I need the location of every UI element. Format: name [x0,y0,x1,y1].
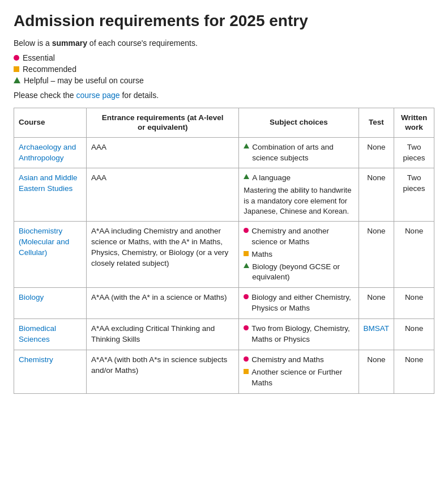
col-header-course: Course [14,108,87,137]
course-page-link[interactable]: course page [76,91,120,100]
course-link[interactable]: Chemistry [19,355,53,364]
subject-item: Another science or Further Maths [244,367,353,389]
subject-item: Biology (beyond GCSE or equivalent) [244,262,353,283]
test-cell: None [359,168,394,221]
legend-helpful-label: Helpful – may be useful on course [24,76,144,85]
helpful-icon [244,143,249,148]
written-work-cell: None [394,319,434,350]
recommended-icon [244,369,249,374]
essential-icon [244,294,249,299]
subjects-cell: Two from Biology, Chemistry, Maths or Ph… [239,319,359,350]
written-work-cell: Two pieces [394,168,434,221]
course-link[interactable]: Asian and Middle Eastern Studies [19,173,78,193]
test-cell: None [359,350,394,393]
subject-item: A language [244,173,353,184]
intro-paragraph: Below is a summary of each course's requ… [14,39,434,48]
course-link[interactable]: Biomedical Sciences [19,324,56,343]
subject-item: Biology and either Chemistry, Physics or… [244,292,353,314]
written-work-cell: None [394,350,434,393]
essential-icon [244,228,249,233]
recommended-icon [14,66,19,72]
bmsat-link[interactable]: BMSAT [364,324,390,333]
table-header-row: Course Entrance requirements (at A-level… [14,108,434,137]
table-row: Asian and Middle Eastern StudiesAAAA lan… [14,168,434,221]
subjects-cell: Biology and either Chemistry, Physics or… [239,288,359,319]
col-header-entrance: Entrance requirements (at A-levelor equi… [87,108,239,137]
subject-item: Chemistry and Maths [244,355,353,366]
course-link[interactable]: Biochemistry (Molecular and Cellular) [19,227,69,257]
test-cell: None [359,137,394,168]
subject-item: Chemistry and another science or Maths [244,226,353,248]
requirements-cell: A*AA including Chemistry and another sci… [87,221,239,287]
written-work-cell: Two pieces [394,137,434,168]
helpful-icon [244,263,249,268]
requirements-cell: A*A*A (with both A*s in science subjects… [87,350,239,393]
subject-text: A language [252,173,353,184]
written-work-cell: None [394,221,434,287]
course-cell: Asian and Middle Eastern Studies [14,168,87,221]
col-header-test: Test [359,108,394,137]
table-row: BiologyA*AA (with the A* in a science or… [14,288,434,319]
course-link[interactable]: Archaeology and Anthropology [19,143,76,162]
requirements-cell: A*AA excluding Critical Thinking and Thi… [87,319,239,350]
requirements-cell: A*AA (with the A* in a science or Maths) [87,288,239,319]
test-cell: None [359,288,394,319]
helpful-icon [244,174,249,179]
essential-icon [244,356,249,362]
course-cell: Chemistry [14,350,87,393]
subjects-cell: Combination of arts and science subjects [239,137,359,168]
course-link[interactable]: Biology [19,293,44,301]
subject-text: Two from Biology, Chemistry, Maths or Ph… [251,324,353,345]
written-work-cell: None [394,288,434,319]
table-row: Biomedical SciencesA*AA excluding Critic… [14,319,434,350]
essential-icon [14,55,19,61]
legend-list: Essential Recommended Helpful – may be u… [14,53,434,85]
subjects-cell: A languageMastering the ability to handw… [239,168,359,221]
course-cell: Biology [14,288,87,319]
essential-icon [244,325,249,330]
subject-item: Combination of arts and science subjects [244,142,353,164]
test-cell: BMSAT [359,319,394,350]
subject-text: Biology (beyond GCSE or equivalent) [252,262,353,283]
requirements-table: Course Entrance requirements (at A-level… [14,108,434,394]
subject-text: Another science or Further Maths [251,367,353,389]
course-cell: Biochemistry (Molecular and Cellular) [14,221,87,287]
table-row: ChemistryA*A*A (with both A*s in science… [14,350,434,393]
legend-recommended: Recommended [14,65,434,74]
legend-essential: Essential [14,53,434,62]
recommended-icon [244,251,249,256]
subject-text: Maths [251,249,353,260]
col-header-written: Written work [394,108,434,137]
subject-item: Two from Biology, Chemistry, Maths or Ph… [244,324,353,345]
table-row: Biochemistry (Molecular and Cellular)A*A… [14,221,434,287]
check-course-text: Please check the course page for details… [14,91,434,100]
col-header-subjects: Subject choices [239,108,359,137]
table-row: Archaeology and AnthropologyAAACombinati… [14,137,434,168]
subject-item: Maths [244,249,353,260]
page-title: Admission requirements for 2025 entry [14,11,434,31]
helpful-icon [14,77,20,83]
legend-helpful: Helpful – may be useful on course [14,76,434,85]
subject-text: Combination of arts and science subjects [252,142,353,164]
subjects-cell: Chemistry and another science or MathsMa… [239,221,359,287]
subject-text: Biology and either Chemistry, Physics or… [251,292,353,314]
legend-recommended-label: Recommended [23,65,76,74]
requirements-cell: AAA [87,137,239,168]
course-cell: Biomedical Sciences [14,319,87,350]
subject-text: Chemistry and Maths [251,355,353,366]
legend-essential-label: Essential [23,53,55,62]
subject-note: Mastering the ability to handwrite is a … [244,185,353,216]
course-cell: Archaeology and Anthropology [14,137,87,168]
test-cell: None [359,221,394,287]
requirements-cell: AAA [87,168,239,221]
subject-text: Chemistry and another science or Maths [251,226,353,248]
subjects-cell: Chemistry and MathsAnother science or Fu… [239,350,359,393]
